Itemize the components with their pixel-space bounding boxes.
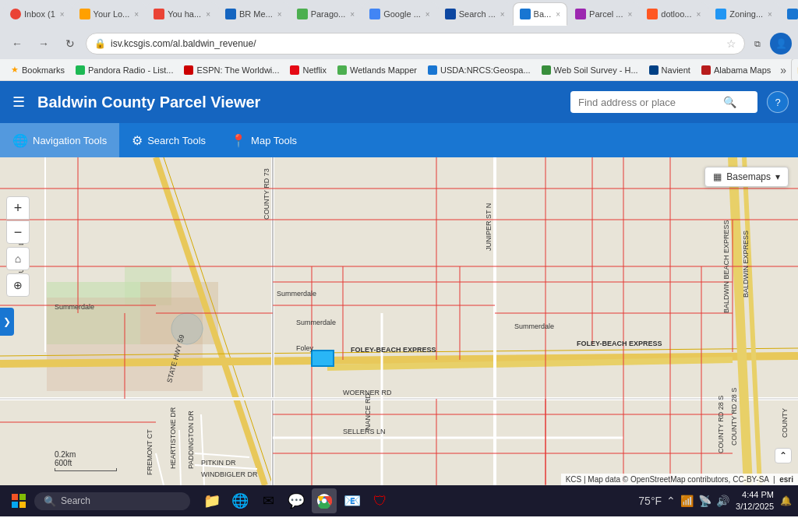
tab-map-tools[interactable]: 📍 Map Tools	[218, 123, 309, 157]
zoom-out-button[interactable]: −	[6, 220, 30, 244]
taskbar-app-shield[interactable]: 🛡	[368, 488, 393, 513]
tab-yourlo[interactable]: Your Lo... ×	[72, 2, 147, 26]
tab-search[interactable]: Search ... ×	[438, 2, 512, 26]
forward-button[interactable]: →	[33, 33, 55, 55]
bookmark-espn[interactable]: ESPN: The Worldwi...	[179, 64, 284, 76]
svg-text:FREMONT CT: FREMONT CT	[146, 429, 154, 475]
tab-dotloo[interactable]: dotloo... ×	[640, 2, 708, 26]
tab-brme[interactable]: BR Me... ×	[218, 2, 289, 26]
svg-text:Summerdale: Summerdale	[514, 322, 554, 330]
bookmark-websoil[interactable]: Web Soil Survey - H...	[537, 64, 643, 76]
taskbar-app-edge[interactable]: 🌐	[228, 488, 252, 513]
bookmark-wetlands[interactable]: Wetlands Mapper	[333, 64, 422, 76]
bookmark-alabama[interactable]: Alabama Maps	[697, 64, 775, 76]
profile-button[interactable]: 👤	[770, 33, 792, 55]
collapse-arrow[interactable]: ⌃	[775, 448, 792, 463]
svg-text:COUNTY RD 73: COUNTY RD 73	[263, 168, 270, 220]
security-icon: 🛡	[373, 493, 387, 509]
bookmark-netflix[interactable]: Netflix	[285, 64, 331, 76]
back-button[interactable]: ←	[6, 33, 28, 55]
taskbar-app-icons: 📁 🌐 ✉ 💬 📧 🛡	[200, 488, 393, 513]
refresh-button[interactable]: ↻	[59, 33, 81, 55]
network-icon[interactable]: 📶	[680, 495, 694, 507]
svg-text:PADDINGTON DR: PADDINGTON DR	[187, 410, 195, 469]
pandora-favicon	[76, 65, 85, 75]
mail-icon: ✉	[263, 492, 274, 509]
app-container: ☰ Baldwin County Parcel Viewer 🔍 ? 🌐 Nav…	[0, 81, 798, 485]
chrome-icon	[316, 493, 332, 509]
tab-baldwin[interactable]: Ba... ×	[513, 2, 567, 26]
tab-youtube[interactable]: You ha... ×	[147, 2, 217, 26]
tab-parcel[interactable]: Parcel ... ×	[568, 2, 639, 26]
zoom-in-button[interactable]: +	[6, 196, 30, 220]
extension-icons: ⧉	[750, 36, 765, 51]
svg-text:Foley: Foley	[296, 344, 314, 352]
netflix-favicon	[290, 65, 299, 75]
tab-search-tools[interactable]: ⚙ Search Tools	[119, 123, 218, 157]
svg-text:Summerdale: Summerdale	[55, 303, 94, 311]
notification-button[interactable]: 🔔	[780, 495, 792, 506]
taskbar-app-mail[interactable]: ✉	[256, 488, 281, 513]
app-title: Baldwin County Parcel Viewer	[37, 93, 561, 111]
hamburger-menu-button[interactable]: ☰	[9, 90, 28, 114]
bookmark-usda[interactable]: USDA:NRCS:Geospa...	[423, 64, 535, 76]
svg-text:Summerdale: Summerdale	[277, 290, 316, 298]
lock-icon: 🔒	[94, 38, 106, 49]
bookmark-bookmarks[interactable]: ★ Bookmarks	[6, 63, 69, 76]
espn-favicon	[184, 65, 193, 75]
bookmark-navient[interactable]: Navient	[644, 64, 695, 76]
basemap-button[interactable]: ▦ Basemaps ▾	[704, 167, 789, 187]
taskbar-up-arrow-icon[interactable]: ⌃	[666, 495, 676, 507]
bookmark-pandora[interactable]: Pandora Radio - List...	[71, 64, 178, 76]
help-button[interactable]: ?	[767, 91, 789, 113]
taskbar-app-teams[interactable]: 💬	[284, 488, 309, 513]
bookmarks-bar: ★ Bookmarks Pandora Radio - List... ESPN…	[0, 59, 798, 81]
bookmark-star-icon[interactable]: ☆	[726, 37, 736, 50]
taskbar-app-chrome[interactable]	[312, 488, 337, 513]
start-button[interactable]	[6, 488, 31, 513]
taskbar-clock[interactable]: 4:44 PM 3/12/2025	[736, 489, 774, 513]
zoom-controls: + −	[6, 196, 30, 244]
svg-text:PITKIN DR: PITKIN DR	[201, 459, 236, 467]
pin-icon: 📍	[231, 133, 246, 148]
teams-icon: 💬	[288, 492, 305, 509]
tab-google[interactable]: Google ... ×	[362, 2, 437, 26]
svg-text:FOLEY-BEACH EXPRESS: FOLEY-BEACH EXPRESS	[351, 346, 436, 354]
scale-ft-label: 600ft	[55, 459, 117, 467]
tab-bar: Inbox (1 × Your Lo... × You ha... × BR M…	[0, 0, 798, 28]
map-area[interactable]: DUGGER LN STATE HWY 59 COUNTY RD 73 JUNI…	[0, 157, 798, 485]
svg-text:FOLEY-BEACH EXPRESS: FOLEY-BEACH EXPRESS	[577, 340, 662, 347]
tab-cityof[interactable]: City of ... ×	[780, 2, 798, 26]
websoil-favicon	[542, 65, 551, 75]
bookmarks-more-button[interactable]: »	[777, 62, 789, 78]
taskbar-search-icon: 🔍	[44, 495, 56, 507]
tab-gmail[interactable]: Inbox (1 ×	[3, 2, 72, 26]
taskbar-date-display: 3/12/2025	[736, 501, 774, 513]
home-button[interactable]: ⌂	[6, 247, 30, 270]
app-header: ☰ Baldwin County Parcel Viewer 🔍 ?	[0, 81, 798, 123]
svg-rect-86	[12, 502, 18, 508]
collapse-map-button[interactable]: ⌃	[775, 448, 792, 463]
address-search-bar[interactable]: 🔍	[570, 91, 757, 113]
taskbar-app-outlook[interactable]: 📧	[340, 488, 365, 513]
search-icon[interactable]: 🔍	[723, 96, 736, 108]
tab-parago[interactable]: Parago... ×	[290, 2, 362, 26]
wetlands-favicon	[337, 65, 347, 75]
compass-button[interactable]: ⊕	[6, 273, 30, 297]
edge-icon: 🌐	[231, 492, 249, 509]
outlook-icon: 📧	[344, 492, 361, 509]
address-search-input[interactable]	[578, 97, 719, 108]
taskbar-search-bar[interactable]: 🔍 Search	[34, 492, 190, 510]
url-bar[interactable]: 🔒 isv.kcsgis.com/al.baldwin_revenue/ ☆	[86, 33, 745, 55]
wifi-icon[interactable]: 📡	[698, 495, 711, 507]
taskbar-app-explorer[interactable]: 📁	[200, 488, 224, 513]
taskbar-system-icons: 75°F ⌃ 📶 📡 🔊	[638, 495, 729, 507]
tab-zoning[interactable]: Zoning... ×	[708, 2, 779, 26]
volume-icon[interactable]: 🔊	[716, 495, 729, 507]
tab-navigation-tools[interactable]: 🌐 Navigation Tools	[0, 123, 119, 157]
expand-panel-button[interactable]: ❯	[0, 308, 14, 336]
extensions-icon[interactable]: ⧉	[750, 36, 765, 51]
svg-text:COUNTY RD 28 S: COUNTY RD 28 S	[730, 388, 738, 446]
toolbar-tabs: 🌐 Navigation Tools ⚙ Search Tools 📍 Map …	[0, 123, 798, 157]
all-bookmarks-button[interactable]: 📁 All Bookmarks	[791, 59, 798, 81]
